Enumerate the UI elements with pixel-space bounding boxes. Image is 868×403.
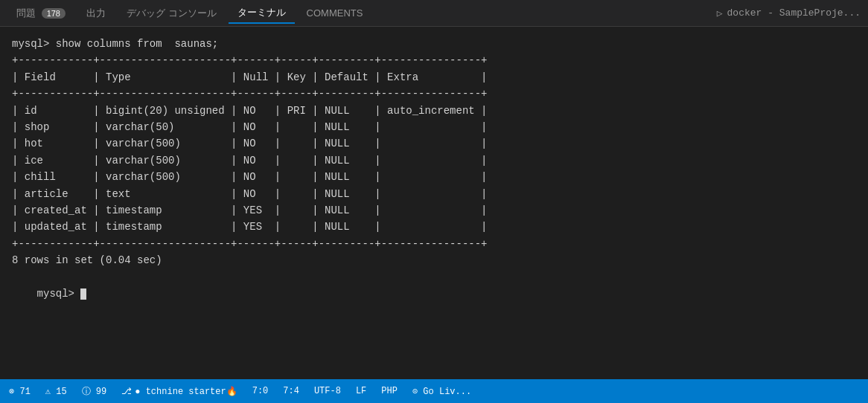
- terminal-separator-mid: +------------+---------------------+----…: [12, 86, 856, 102]
- golive-text: ⊙ Go Liv...: [412, 386, 471, 397]
- terminal-prompt[interactable]: mysql>: [12, 268, 856, 318]
- terminal-prompt-text: mysql>: [37, 288, 81, 300]
- tab-right-area: ▷ docker - SampleProje...: [717, 7, 861, 19]
- tab-debug[interactable]: デバッグ コンソール: [118, 4, 226, 23]
- tab-comments-label: COMMENTS: [307, 7, 363, 19]
- status-eol: LF: [356, 386, 366, 396]
- git-icon: ⎇: [121, 386, 132, 397]
- terminal-separator-top: +------------+---------------------+----…: [12, 52, 856, 68]
- branch-name: ● tchnine starter🔥: [135, 386, 237, 397]
- terminal-result: 8 rows in set (0.04 sec): [12, 252, 856, 268]
- terminal-header: | Field | Type | Null | Key | Default | …: [12, 69, 856, 86]
- terminal-row-created-at: | created_at | timestamp | YES | | NULL …: [12, 202, 856, 219]
- tab-mondai[interactable]: 問題 178: [7, 4, 74, 23]
- tab-shutsuryoku[interactable]: 出力: [77, 4, 115, 23]
- tab-terminal[interactable]: ターミナル: [229, 3, 295, 24]
- tab-comments[interactable]: COMMENTS: [298, 4, 372, 22]
- status-warnings[interactable]: ⚠ 15: [45, 386, 67, 397]
- status-info[interactable]: ⓘ 99: [82, 385, 107, 398]
- position2-text: 7:4: [283, 386, 299, 396]
- terminal-cursor: [80, 288, 86, 300]
- run-icon: ▷: [717, 7, 723, 19]
- tab-shutsuryoku-label: 出力: [86, 7, 106, 19]
- status-errors[interactable]: ⊗ 71: [9, 386, 31, 397]
- terminal-command: mysql> show columns from saunas;: [12, 36, 856, 52]
- warnings-text: ⚠ 15: [45, 386, 67, 397]
- terminal-row-id: | id | bigint(20) unsigned | NO | PRI | …: [12, 103, 856, 119]
- terminal-row-article: | article | text | NO | | NULL | |: [12, 186, 856, 202]
- eol-text: LF: [356, 386, 366, 396]
- status-encoding: UTF-8: [314, 386, 341, 396]
- terminal-row-shop: | shop | varchar(50) | NO | | NULL | |: [12, 119, 856, 135]
- lang-text: PHP: [381, 386, 398, 396]
- terminal-row-hot: | hot | varchar(500) | NO | | NULL | |: [12, 135, 856, 152]
- tab-mondai-label: 問題: [16, 7, 36, 19]
- tab-debug-label: デバッグ コンソール: [127, 7, 217, 19]
- status-golive[interactable]: ⊙ Go Liv...: [412, 386, 471, 397]
- status-pos1: 7:0: [252, 386, 269, 396]
- status-lang[interactable]: PHP: [381, 386, 398, 396]
- terminal-separator-bottom: +------------+---------------------+----…: [12, 236, 856, 252]
- status-bar: ⊗ 71 ⚠ 15 ⓘ 99 ⎇ ● tchnine starter🔥 7:0 …: [0, 379, 868, 403]
- terminal-row-ice: | ice | varchar(500) | NO | | NULL | |: [12, 152, 856, 169]
- terminal-body: mysql> show columns from saunas; +------…: [0, 27, 868, 379]
- tab-mondai-badge: 178: [42, 8, 66, 19]
- terminal-row-updated-at: | updated_at | timestamp | YES | | NULL …: [12, 219, 856, 235]
- status-pos2: 7:4: [283, 386, 299, 396]
- encoding-text: UTF-8: [314, 386, 341, 396]
- position1-text: 7:0: [252, 386, 269, 396]
- status-git[interactable]: ⎇ ● tchnine starter🔥: [121, 386, 237, 397]
- docker-label: docker - SampleProje...: [727, 7, 861, 19]
- info-text: ⓘ 99: [82, 385, 107, 398]
- errors-text: ⊗ 71: [9, 386, 31, 397]
- tab-bar: 問題 178 出力 デバッグ コンソール ターミナル COMMENTS ▷ do…: [0, 0, 868, 27]
- tab-terminal-label: ターミナル: [237, 7, 286, 18]
- terminal-row-chill: | chill | varchar(500) | NO | | NULL | |: [12, 169, 856, 185]
